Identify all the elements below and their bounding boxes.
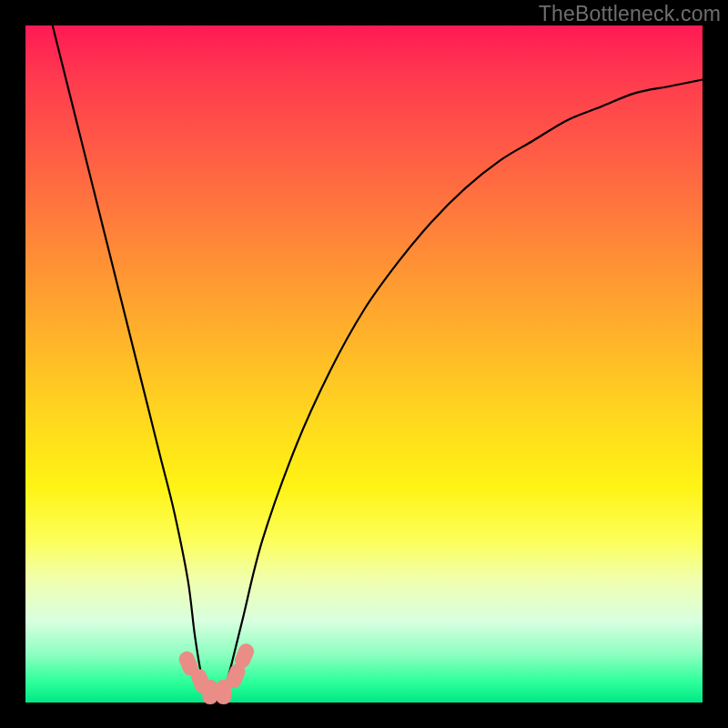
chart-container: TheBottleneck.com <box>0 0 728 728</box>
watermark-text: TheBottleneck.com <box>539 2 721 26</box>
bottleneck-curve-line <box>53 25 703 703</box>
curve-marker <box>202 680 217 704</box>
curve-markers <box>177 642 256 704</box>
chart-svg <box>25 25 703 703</box>
plot-area <box>25 25 703 703</box>
